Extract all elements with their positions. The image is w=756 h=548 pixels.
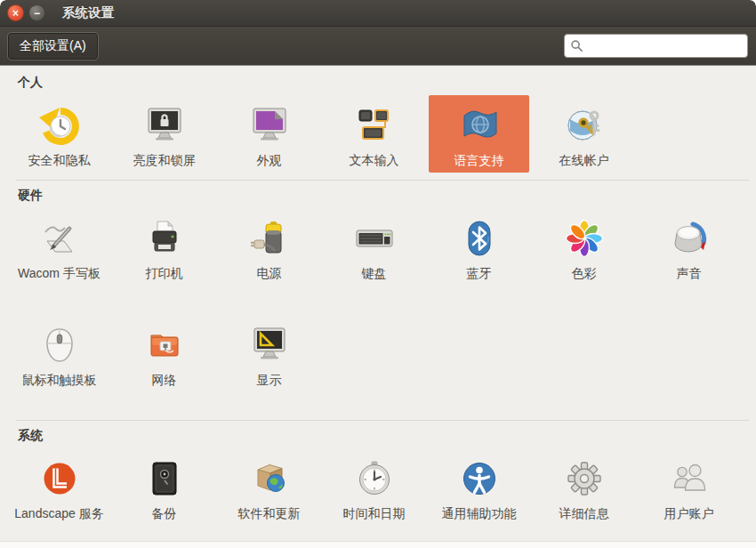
- tile-security-privacy[interactable]: 安全和隐私: [9, 95, 109, 173]
- tile-label: 语言支持: [454, 152, 504, 169]
- tile-label: 软件和更新: [238, 505, 301, 522]
- tile-label: 时间和日期: [343, 505, 406, 522]
- tile-label: 通用辅助功能: [442, 505, 517, 522]
- software-updates-icon: [248, 457, 291, 500]
- tile-sound[interactable]: 声音: [639, 208, 739, 306]
- tile-label: 亮度和锁屏: [133, 152, 196, 169]
- tile-label: 备份: [152, 505, 177, 522]
- toolbar: 全部设置(A): [0, 27, 756, 66]
- tile-language-support[interactable]: 语言支持: [429, 95, 529, 173]
- tile-brightness-lock[interactable]: 亮度和锁屏: [114, 95, 214, 173]
- tile-bluetooth[interactable]: 蓝牙: [429, 208, 529, 306]
- search-input[interactable]: [589, 39, 742, 52]
- section-header-hardware: 硬件: [0, 181, 756, 208]
- brightness-lock-icon: [143, 104, 186, 147]
- tile-accessibility[interactable]: 通用辅助功能: [429, 448, 529, 526]
- tile-label: 打印机: [146, 265, 183, 282]
- tile-label: 安全和隐私: [28, 152, 91, 169]
- all-settings-button[interactable]: 全部设置(A): [8, 33, 98, 60]
- details-icon: [563, 457, 606, 500]
- tile-user-accounts[interactable]: 用户账户: [639, 448, 739, 526]
- user-accounts-icon: [668, 457, 711, 500]
- system-settings-window: × − 系统设置 全部设置(A) 个人 安全和隐私亮度和锁屏外观文本输入语言支持…: [0, 0, 756, 548]
- tile-label: 显示: [257, 372, 282, 389]
- tile-label: 键盘: [362, 265, 387, 282]
- hardware-tiles-grid: Wacom 手写板打印机电源键盘蓝牙色彩声音鼠标和触摸板网络显示: [0, 208, 756, 413]
- appearance-icon: [248, 104, 291, 147]
- tile-landscape-service[interactable]: Landscape 服务: [9, 448, 109, 526]
- tile-label: 文本输入: [350, 152, 399, 169]
- tile-color[interactable]: 色彩: [534, 208, 634, 306]
- power-icon: [248, 217, 291, 260]
- tile-label: 蓝牙: [467, 265, 492, 282]
- sound-icon: [668, 217, 711, 260]
- settings-content: 个人 安全和隐私亮度和锁屏外观文本输入语言支持在线帐户 硬件 Wacom 手写板…: [0, 66, 756, 526]
- tile-label: 用户账户: [664, 505, 714, 522]
- tile-text-entry[interactable]: 文本输入: [324, 95, 424, 173]
- tile-time-date[interactable]: 时间和日期: [324, 448, 424, 526]
- tile-label: 外观: [257, 152, 282, 169]
- personal-tiles-grid: 安全和隐私亮度和锁屏外观文本输入语言支持在线帐户: [0, 95, 756, 173]
- tile-label: Landscape 服务: [14, 505, 103, 522]
- tile-appearance[interactable]: 外观: [219, 95, 319, 173]
- tile-power[interactable]: 电源: [219, 208, 319, 306]
- network-icon: [143, 324, 186, 367]
- tile-label: 色彩: [572, 265, 597, 282]
- tile-label: 在线帐户: [559, 152, 609, 169]
- accessibility-icon: [458, 457, 501, 500]
- section-header-system: 系统: [0, 421, 756, 448]
- tile-label: Wacom 手写板: [18, 265, 101, 282]
- titlebar: × − 系统设置: [0, 0, 756, 27]
- online-accounts-icon: [563, 104, 606, 147]
- printer-icon: [143, 217, 186, 260]
- tile-details[interactable]: 详细信息: [534, 448, 634, 526]
- window-bottom-edge: [0, 541, 756, 548]
- section-system: 系统 Landscape 服务备份软件和更新时间和日期通用辅助功能详细信息用户账…: [0, 421, 756, 526]
- landscape-service-icon: [38, 457, 81, 500]
- time-date-icon: [353, 457, 396, 500]
- section-header-personal: 个人: [0, 68, 756, 95]
- system-tiles-grid: Landscape 服务备份软件和更新时间和日期通用辅助功能详细信息用户账户: [0, 448, 756, 526]
- color-icon: [563, 217, 606, 260]
- tile-backup[interactable]: 备份: [114, 448, 214, 526]
- displays-icon: [248, 324, 291, 367]
- tile-label: 详细信息: [559, 505, 609, 522]
- tile-wacom-tablet[interactable]: Wacom 手写板: [9, 208, 109, 306]
- tile-label: 声音: [677, 265, 702, 282]
- backup-icon: [143, 457, 186, 500]
- tile-network[interactable]: 网络: [114, 315, 214, 413]
- search-box[interactable]: [564, 34, 748, 58]
- security-privacy-icon: [38, 104, 81, 147]
- tile-label: 网络: [152, 372, 177, 389]
- tile-online-accounts[interactable]: 在线帐户: [534, 95, 634, 173]
- search-icon: [570, 39, 583, 52]
- text-entry-icon: [353, 104, 396, 147]
- window-title: 系统设置: [62, 4, 114, 21]
- keyboard-icon: [353, 217, 396, 260]
- tile-label: 电源: [257, 265, 282, 282]
- language-support-icon: [458, 104, 501, 147]
- tile-keyboard[interactable]: 键盘: [324, 208, 424, 306]
- minimize-button[interactable]: −: [28, 4, 45, 21]
- close-button[interactable]: ×: [7, 4, 24, 21]
- tile-label: 鼠标和触摸板: [22, 372, 97, 389]
- tile-mouse-touchpad[interactable]: 鼠标和触摸板: [9, 315, 109, 413]
- tile-software-updates[interactable]: 软件和更新: [219, 448, 319, 526]
- tile-printers[interactable]: 打印机: [114, 208, 214, 306]
- tile-displays[interactable]: 显示: [219, 315, 319, 413]
- section-personal: 个人 安全和隐私亮度和锁屏外观文本输入语言支持在线帐户: [0, 68, 756, 173]
- bluetooth-icon: [458, 217, 501, 260]
- wacom-tablet-icon: [38, 217, 81, 260]
- mouse-touchpad-icon: [38, 324, 81, 367]
- section-hardware: 硬件 Wacom 手写板打印机电源键盘蓝牙色彩声音鼠标和触摸板网络显示: [0, 181, 756, 413]
